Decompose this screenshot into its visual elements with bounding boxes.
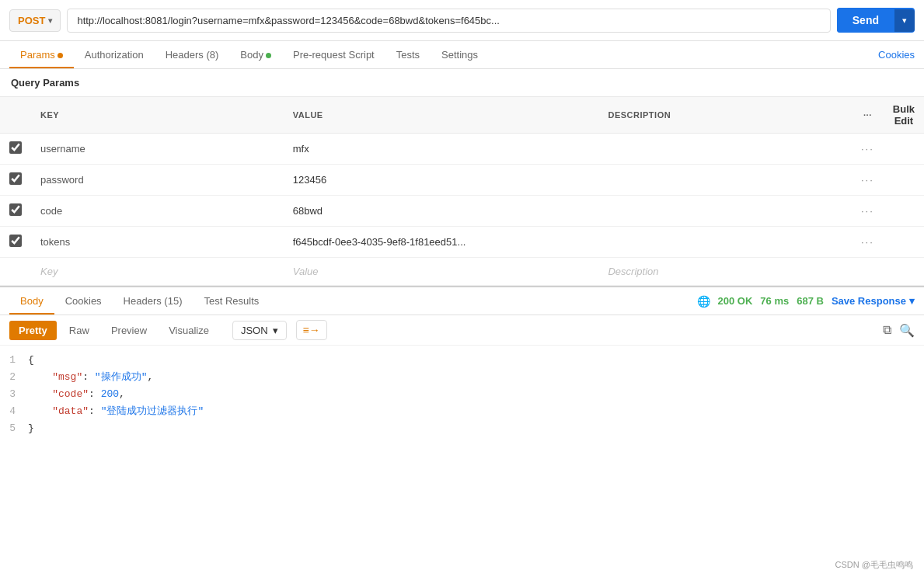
status-time: 76 ms <box>760 295 789 307</box>
request-tabs-row: Params Authorization Headers (8) Body Pr… <box>0 41 924 69</box>
json-key: "data" <box>52 405 89 417</box>
top-bar: POST ▾ Send ▾ <box>0 0 924 41</box>
json-key: "msg" <box>52 371 82 383</box>
watermark: CSDN @毛毛虫鸣鸣 <box>835 559 913 571</box>
row-description <box>598 196 852 227</box>
table-row: tokens f645bcdf-0ee3-4035-9ef8-1f81eed51… <box>0 227 924 258</box>
url-input[interactable] <box>67 9 830 33</box>
send-button[interactable]: Send <box>837 8 894 33</box>
row-bulk <box>884 165 924 196</box>
response-section: Body Cookies Headers (15) Test Results 🌐… <box>0 286 924 575</box>
save-response-button[interactable]: Save Response ▾ <box>832 295 915 307</box>
row-value: 123456 <box>284 165 599 196</box>
view-tabs-row: Pretty Raw Preview Visualize JSON ▾ ≡→ ⧉… <box>0 315 924 346</box>
more-header: ··· <box>852 97 884 134</box>
json-key: "code" <box>52 388 89 400</box>
row-more[interactable]: ··· <box>852 196 884 227</box>
copy-button[interactable]: ⧉ <box>883 323 891 338</box>
row-checkbox[interactable] <box>9 235 22 247</box>
table-row: password 123456 ··· <box>0 165 924 196</box>
more-dots-icon: ··· <box>861 205 874 217</box>
json-brace: { <box>28 354 34 366</box>
checkbox-cell[interactable] <box>0 196 31 227</box>
row-bulk <box>884 134 924 165</box>
json-line: 4 "data": "登陆成功过滤器执行" <box>0 403 924 420</box>
params-dot <box>58 53 63 58</box>
tab-params[interactable]: Params <box>9 41 74 68</box>
row-checkbox[interactable] <box>9 141 22 154</box>
wrap-button[interactable]: ≡→ <box>296 320 327 340</box>
status-ok: 200 OK <box>718 295 753 307</box>
response-tabs-row: Body Cookies Headers (15) Test Results 🌐… <box>0 287 924 315</box>
bulk-edit-button[interactable]: Bulk Edit <box>893 103 915 127</box>
line-number: 1 <box>0 352 28 369</box>
row-key: username <box>31 134 284 165</box>
view-tab-visualize[interactable]: Visualize <box>159 321 218 340</box>
row-bulk <box>884 196 924 227</box>
row-checkbox[interactable] <box>9 172 22 185</box>
row-more[interactable]: ··· <box>852 134 884 165</box>
row-value: mfx <box>284 134 599 165</box>
checkbox-cell[interactable] <box>0 227 31 258</box>
table-row: username mfx ··· <box>0 134 924 165</box>
row-more[interactable]: ··· <box>852 227 884 258</box>
row-bulk <box>884 227 924 258</box>
row-description <box>598 227 852 258</box>
row-description <box>598 134 852 165</box>
more-dots-icon: ··· <box>861 236 874 248</box>
method-chevron-icon: ▾ <box>48 16 52 25</box>
tab-authorization[interactable]: Authorization <box>74 41 155 68</box>
description-header: DESCRIPTION <box>598 97 852 134</box>
status-size: 687 B <box>797 295 824 307</box>
tab-pre-request-script[interactable]: Pre-request Script <box>282 41 385 68</box>
resp-tab-test-results[interactable]: Test Results <box>193 287 270 315</box>
body-dot <box>266 53 271 58</box>
more-dots-icon: ··· <box>861 143 874 155</box>
empty-value[interactable]: Value <box>284 258 599 286</box>
bulk-edit-header: Bulk Edit <box>884 97 924 134</box>
row-more[interactable]: ··· <box>852 165 884 196</box>
method-label: POST <box>18 15 45 26</box>
empty-description[interactable]: Description <box>598 258 852 286</box>
line-number: 3 <box>0 386 28 403</box>
key-header: KEY <box>31 97 284 134</box>
json-line: 3 "code": 200, <box>0 386 924 403</box>
line-number: 4 <box>0 403 28 420</box>
more-dots-icon: ··· <box>863 110 872 120</box>
view-tab-raw[interactable]: Raw <box>60 321 99 340</box>
tab-tests[interactable]: Tests <box>385 41 431 68</box>
checkbox-cell[interactable] <box>0 165 31 196</box>
line-number: 5 <box>0 420 28 437</box>
json-line: 1{ <box>0 352 924 369</box>
line-number: 2 <box>0 369 28 386</box>
globe-icon: 🌐 <box>697 295 710 308</box>
format-select[interactable]: JSON ▾ <box>232 321 287 340</box>
tab-body[interactable]: Body <box>229 41 282 68</box>
query-params-label: Query Params <box>0 69 924 96</box>
format-label: JSON <box>241 325 268 336</box>
json-brace: } <box>28 422 34 434</box>
tab-headers[interactable]: Headers (8) <box>155 41 230 68</box>
send-chevron-button[interactable]: ▾ <box>894 9 915 32</box>
view-tab-preview[interactable]: Preview <box>102 321 156 340</box>
row-key: password <box>31 165 284 196</box>
json-line: 2 "msg": "操作成功", <box>0 369 924 386</box>
resp-tab-cookies[interactable]: Cookies <box>54 287 113 315</box>
value-header: VALUE <box>284 97 599 134</box>
method-select[interactable]: POST ▾ <box>9 9 61 32</box>
empty-key[interactable]: Key <box>31 258 284 286</box>
search-button[interactable]: 🔍 <box>899 323 915 338</box>
cookies-link[interactable]: Cookies <box>878 41 915 68</box>
resp-tab-body[interactable]: Body <box>9 287 54 315</box>
params-table: KEY VALUE DESCRIPTION ··· Bulk Edit <box>0 96 924 286</box>
resp-tab-headers[interactable]: Headers (15) <box>113 287 194 315</box>
more-dots-icon: ··· <box>861 174 874 186</box>
row-key: code <box>31 196 284 227</box>
view-tab-pretty[interactable]: Pretty <box>9 321 57 340</box>
tab-settings[interactable]: Settings <box>431 41 489 68</box>
row-checkbox[interactable] <box>9 203 22 216</box>
json-value: "操作成功" <box>95 371 148 383</box>
send-button-group[interactable]: Send ▾ <box>837 8 915 33</box>
json-value: "登陆成功过滤器执行" <box>101 405 204 417</box>
checkbox-cell[interactable] <box>0 134 31 165</box>
